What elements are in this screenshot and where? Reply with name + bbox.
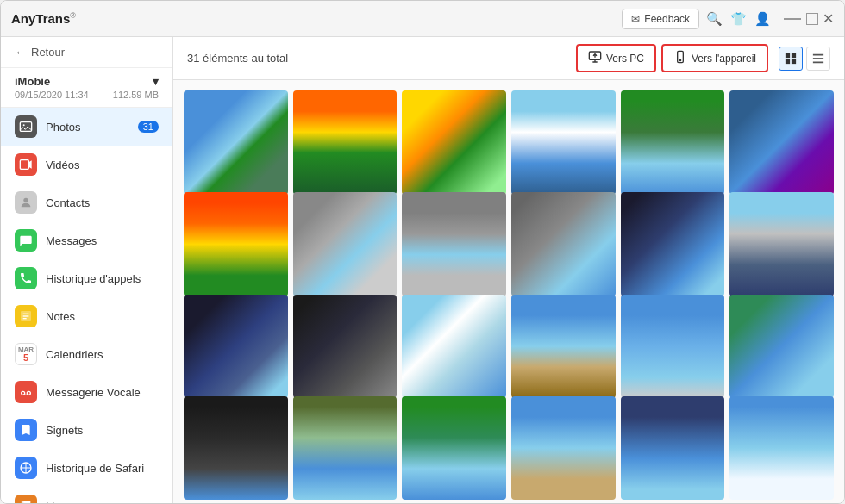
photo-cell-7[interactable] bbox=[184, 192, 288, 296]
contacts-icon bbox=[15, 191, 37, 214]
bookmarks-icon bbox=[15, 419, 37, 441]
device-chevron-icon[interactable]: ▾ bbox=[153, 75, 159, 88]
user-icon[interactable]: 👤 bbox=[754, 11, 770, 27]
notes-icon bbox=[15, 305, 37, 327]
svg-point-24 bbox=[679, 59, 680, 60]
photo-cell-24[interactable] bbox=[729, 396, 834, 501]
svg-point-1 bbox=[23, 124, 25, 126]
photo-cell-14[interactable] bbox=[293, 295, 397, 399]
photo-cell-17[interactable] bbox=[621, 295, 725, 399]
photo-cell-8[interactable] bbox=[293, 192, 397, 296]
total-count: 31 éléments au total bbox=[187, 52, 288, 65]
content-area: 31 éléments au total Vers PC Vers l'appa… bbox=[173, 37, 844, 503]
photo-cell-1[interactable] bbox=[184, 90, 288, 195]
svg-rect-29 bbox=[813, 53, 823, 55]
device-info: iMobie ▾ 09/15/2020 11:34 112.59 MB bbox=[1, 68, 172, 108]
tshirt-icon[interactable]: 👕 bbox=[730, 11, 746, 27]
svg-rect-28 bbox=[792, 59, 796, 63]
svg-rect-26 bbox=[792, 53, 796, 57]
svg-rect-27 bbox=[786, 59, 790, 63]
content-actions: Vers PC Vers l'appareil bbox=[576, 44, 830, 72]
to-pc-icon bbox=[588, 50, 602, 66]
sidebar-item-safari-history[interactable]: Historique de Safari bbox=[1, 449, 172, 487]
messages-icon bbox=[15, 229, 37, 252]
photo-cell-9[interactable] bbox=[402, 192, 506, 296]
svg-point-3 bbox=[23, 198, 28, 202]
photo-cell-11[interactable] bbox=[621, 192, 725, 296]
content-header: 31 éléments au total Vers PC Vers l'appa… bbox=[173, 37, 844, 80]
photo-grid bbox=[173, 80, 844, 503]
to-device-button[interactable]: Vers l'appareil bbox=[661, 44, 768, 72]
calendars-icon: MAR 5 bbox=[15, 343, 37, 365]
photo-cell-13[interactable] bbox=[184, 295, 288, 399]
title-bar: AnyTrans® ✉ Feedback 🔍 👕 👤 ✕ bbox=[1, 1, 844, 37]
photo-cell-10[interactable] bbox=[511, 192, 616, 296]
app-window: AnyTrans® ✉ Feedback 🔍 👕 👤 ✕ ← bbox=[0, 0, 845, 504]
photo-cell-18[interactable] bbox=[729, 295, 834, 399]
minimize-button[interactable] bbox=[784, 18, 801, 20]
svg-rect-0 bbox=[20, 122, 31, 132]
search-icon[interactable]: 🔍 bbox=[706, 11, 722, 27]
call-history-icon bbox=[15, 267, 37, 289]
sidebar-item-call-history[interactable]: Historique d'appels bbox=[1, 259, 172, 297]
svg-rect-31 bbox=[813, 61, 823, 63]
photo-cell-21[interactable] bbox=[402, 396, 506, 501]
sidebar-item-bookmarks[interactable]: Signets bbox=[1, 411, 172, 449]
sidebar-item-videos[interactable]: Vidéos bbox=[1, 146, 172, 184]
svg-rect-30 bbox=[813, 58, 823, 59]
grid-view-button[interactable] bbox=[779, 47, 803, 71]
svg-rect-25 bbox=[786, 53, 790, 57]
photo-cell-12[interactable] bbox=[729, 192, 834, 296]
photo-cell-4[interactable] bbox=[511, 90, 616, 195]
to-device-icon bbox=[673, 50, 687, 66]
close-button[interactable]: ✕ bbox=[822, 13, 834, 25]
photo-cell-2[interactable] bbox=[293, 90, 397, 195]
videos-icon bbox=[15, 153, 37, 176]
sidebar-item-calendars[interactable]: MAR 5 Calendriers bbox=[1, 335, 172, 373]
photo-cell-15[interactable] bbox=[402, 295, 506, 399]
books-icon bbox=[15, 495, 37, 503]
sidebar-item-voicemail[interactable]: Messagerie Vocale bbox=[1, 373, 172, 411]
feedback-button[interactable]: ✉ Feedback bbox=[622, 9, 699, 29]
sidebar-item-contacts[interactable]: Contacts bbox=[1, 184, 172, 221]
photo-cell-3[interactable] bbox=[402, 90, 506, 195]
photo-cell-20[interactable] bbox=[293, 396, 397, 501]
back-button[interactable]: ← Retour bbox=[1, 37, 172, 68]
sidebar-item-photos[interactable]: Photos 31 bbox=[1, 108, 172, 146]
title-bar-left: AnyTrans® bbox=[11, 11, 76, 26]
sidebar-item-messages[interactable]: Messages bbox=[1, 221, 172, 259]
list-view-button[interactable] bbox=[806, 47, 830, 71]
sidebar-item-notes[interactable]: Notes bbox=[1, 297, 172, 335]
photo-cell-6[interactable] bbox=[729, 90, 834, 195]
window-controls: ✕ bbox=[782, 13, 834, 25]
device-meta: 09/15/2020 11:34 112.59 MB bbox=[15, 90, 159, 100]
app-title: AnyTrans® bbox=[11, 11, 76, 26]
photo-cell-16[interactable] bbox=[511, 295, 616, 399]
to-pc-button[interactable]: Vers PC bbox=[576, 44, 656, 72]
sidebar: ← Retour iMobie ▾ 09/15/2020 11:34 112.5… bbox=[1, 37, 173, 503]
photos-icon bbox=[15, 115, 37, 138]
safari-history-icon bbox=[15, 457, 37, 479]
sidebar-item-books[interactable]: Livres bbox=[1, 487, 172, 503]
svg-rect-16 bbox=[23, 501, 30, 503]
title-bar-right: ✉ Feedback 🔍 👕 👤 ✕ bbox=[622, 9, 834, 29]
photo-cell-5[interactable] bbox=[621, 90, 725, 195]
maximize-button[interactable] bbox=[806, 13, 818, 25]
device-name: iMobie ▾ bbox=[15, 75, 159, 88]
back-arrow-icon: ← bbox=[15, 46, 26, 59]
view-toggle bbox=[779, 47, 830, 71]
photo-cell-22[interactable] bbox=[511, 396, 616, 501]
photo-cell-23[interactable] bbox=[621, 396, 725, 501]
feedback-envelope-icon: ✉ bbox=[631, 13, 640, 25]
main-layout: ← Retour iMobie ▾ 09/15/2020 11:34 112.5… bbox=[1, 37, 844, 503]
svg-rect-2 bbox=[20, 160, 28, 170]
title-icons: 🔍 👕 👤 bbox=[706, 11, 770, 27]
voicemail-icon bbox=[15, 381, 37, 403]
photo-cell-19[interactable] bbox=[184, 396, 288, 501]
